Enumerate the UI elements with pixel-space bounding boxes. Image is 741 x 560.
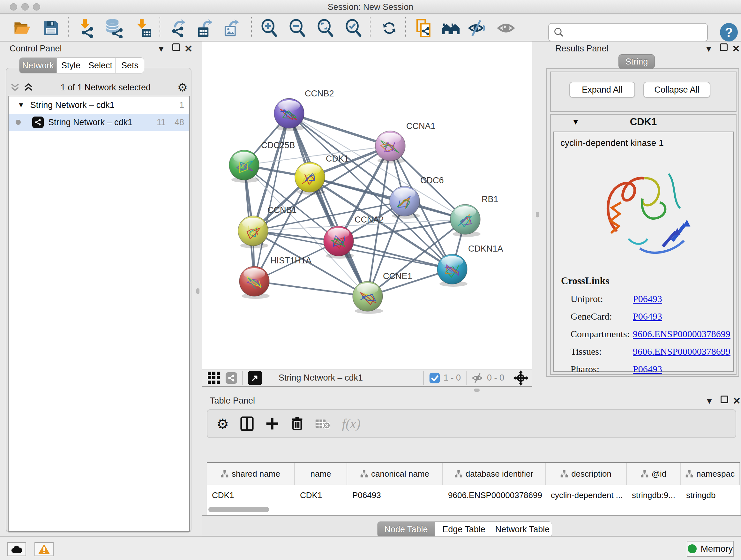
crosslink-link[interactable]: P06493 [633,294,662,304]
close-panel-icon[interactable]: ✕ [732,43,740,54]
selected-checkbox-icon[interactable] [429,372,441,384]
column-header[interactable]: @id [627,463,681,485]
collapse-all-button[interactable]: Collapse All [643,82,711,98]
network-tree-root-row[interactable]: ▼ String Network – cdk1 1 [9,97,189,114]
export-table-button[interactable] [195,18,216,38]
table-cell[interactable]: stringdb [681,485,740,505]
birdseye-icon[interactable] [248,371,262,385]
tab-style[interactable]: Style [57,57,85,73]
tab-edge-table[interactable]: Edge Table [435,521,493,537]
column-header[interactable]: canonical name [347,463,443,485]
open-file-button[interactable] [12,18,32,38]
delete-column-icon[interactable] [291,416,304,431]
splitter-handle[interactable] [474,388,480,392]
expand-all-icon[interactable] [23,82,34,93]
table-cell[interactable]: stringdb:9... [627,485,681,505]
hidden-eye-icon[interactable] [472,372,484,384]
zoom-in-button[interactable] [259,18,280,38]
table-cell[interactable]: P06493 [347,485,443,505]
network-tree-item-row[interactable]: String Network – cdk1 11 48 [9,114,189,131]
tab-network-table[interactable]: Network Table [493,521,552,537]
network-edge[interactable] [289,113,367,296]
tab-select[interactable]: Select [85,57,116,73]
tab-node-table[interactable]: Node Table [377,521,435,537]
network-view-icon[interactable] [226,372,237,384]
gear-icon[interactable]: ⚙ [216,416,229,432]
hide-selected-button[interactable] [467,18,488,38]
tab-sets[interactable]: Sets [116,57,144,73]
network-node[interactable]: CDC25B [229,140,295,183]
import-table-button[interactable] [133,18,154,38]
panel-menu-icon[interactable]: ▼ [704,44,713,54]
network-node[interactable]: CCNA1 [375,121,435,164]
close-panel-icon[interactable]: ✕ [185,43,192,54]
crosslink-link[interactable]: P06493 [633,311,662,322]
collapse-all-icon[interactable] [10,82,20,93]
network-node[interactable]: CDC6 [390,176,444,219]
import-network-from-database-button[interactable] [104,18,124,38]
network-node[interactable]: CCNE1 [353,271,412,314]
network-graph[interactable]: CCNB2CCNA1CDC25BCDK1CDC6RB1CCNB1CCNA2CDK… [202,42,532,369]
panel-menu-icon[interactable]: ▼ [705,396,714,406]
splitter-handle[interactable] [536,212,539,217]
splitter-handle[interactable] [196,288,199,294]
tree-expander-icon[interactable]: ▼ [17,101,24,109]
clone-network-button[interactable] [414,18,434,38]
warning-status-button[interactable] [35,542,54,556]
import-network-button[interactable] [77,18,97,38]
network-node[interactable]: RB1 [450,194,498,237]
crosslink-link[interactable]: 9606.ENSP00000378699 [633,346,731,357]
refresh-button[interactable] [379,18,400,38]
add-column-icon[interactable] [265,417,279,431]
help-button[interactable]: ? [720,23,738,42]
search-input[interactable] [548,23,708,42]
zoom-out-button[interactable] [287,18,308,38]
vertical-splitter[interactable] [532,42,542,387]
export-image-button[interactable] [222,18,242,38]
network-node[interactable]: HIST1H1A [239,256,312,299]
table-cell[interactable]: CDK1 [207,485,295,505]
show-all-button[interactable] [496,18,517,38]
column-header[interactable]: namespac [681,463,740,485]
node-label: CCNA2 [354,215,384,225]
tab-network[interactable]: Network [19,57,57,73]
network-node[interactable]: CDKN1A [437,244,503,287]
horizontal-scrollbar[interactable] [208,507,269,512]
table-cell[interactable]: CDK1 [295,485,347,505]
protein-name: CDK1 [551,116,736,128]
column-header[interactable]: name [295,463,347,485]
table-row[interactable]: CDK1CDK1P064939606.ENSP00000378699cyclin… [207,485,740,505]
network-edge[interactable] [289,113,390,146]
table-cell[interactable]: cyclin-dependent ... [546,485,627,505]
float-panel-icon[interactable] [720,44,728,51]
float-panel-icon[interactable] [172,44,180,51]
column-header[interactable]: shared name [207,463,295,485]
zoom-fit-button[interactable] [315,18,336,38]
close-panel-icon[interactable]: ✕ [733,395,741,407]
function-builder-icon[interactable]: f(x) [342,416,360,431]
save-session-button[interactable] [41,18,61,38]
home-button[interactable] [441,18,461,38]
panel-menu-icon[interactable]: ▼ [157,44,165,54]
zoom-selected-button[interactable] [343,18,364,38]
fit-content-icon[interactable] [513,370,529,386]
expand-all-button[interactable]: Expand All [569,82,635,98]
gear-icon[interactable]: ⚙ [178,81,188,94]
column-header[interactable]: database identifier [443,463,546,485]
show-columns-icon[interactable] [240,416,254,431]
crosslink-link[interactable]: P06493 [633,364,662,374]
column-header[interactable]: description [546,463,627,485]
grid-view-icon[interactable] [207,371,221,385]
float-panel-icon[interactable] [721,395,728,403]
network-canvas[interactable]: CCNB2CCNA1CDC25BCDK1CDC6RB1CCNB1CCNA2CDK… [202,42,532,369]
crosslink-link[interactable]: 9606.ENSP00000378699 [633,328,731,339]
network-edge[interactable] [254,281,367,296]
horizontal-splitter[interactable] [202,387,741,393]
table-cell[interactable]: 9606.ENSP00000378699 [443,485,546,505]
export-network-button[interactable] [168,18,189,38]
network-node[interactable]: CCNB1 [238,205,297,248]
cloud-status-button[interactable] [7,542,26,556]
tab-string[interactable]: String [618,54,655,69]
delete-table-icon[interactable] [315,417,330,430]
memory-button[interactable]: Memory [687,541,734,557]
